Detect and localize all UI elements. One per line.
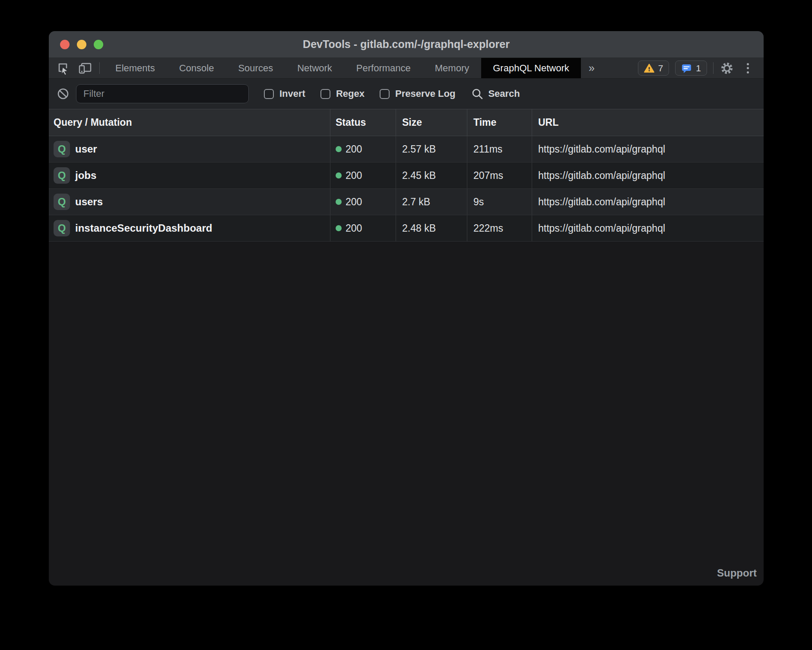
- warning-icon: [644, 64, 654, 73]
- tab-console[interactable]: Console: [167, 58, 226, 78]
- response-time: 207ms: [473, 170, 503, 182]
- close-window-button[interactable]: [60, 40, 70, 49]
- search-label: Search: [488, 88, 520, 99]
- clear-block-icon[interactable]: [56, 86, 70, 101]
- status-code: 200: [346, 223, 362, 234]
- more-tabs-chevron[interactable]: »: [581, 58, 603, 78]
- preserve-log-checkbox[interactable]: [380, 89, 390, 99]
- response-size: 2.45 kB: [402, 170, 436, 182]
- response-size: 2.57 kB: [402, 143, 436, 155]
- traffic-lights: [60, 40, 103, 49]
- response-size: 2.48 kB: [402, 223, 436, 234]
- column-header-url[interactable]: URL: [532, 109, 764, 136]
- settings-gear-icon[interactable]: [720, 61, 734, 76]
- search-icon: [472, 88, 483, 100]
- regex-checkbox-group: Regex: [320, 88, 365, 99]
- more-options-kebab-icon[interactable]: [740, 61, 755, 76]
- column-header-size[interactable]: Size: [396, 109, 467, 136]
- status-success-dot: [336, 172, 342, 178]
- invert-checkbox-group: Invert: [264, 88, 305, 99]
- status-success-dot: [336, 225, 342, 231]
- response-time: 222ms: [473, 223, 503, 234]
- table-row[interactable]: Q jobs 200 2.45 kB 207ms https://gitlab.…: [49, 162, 764, 189]
- request-url: https://gitlab.com/api/graphql: [538, 223, 665, 234]
- tab-sources[interactable]: Sources: [226, 58, 285, 78]
- column-header-time[interactable]: Time: [467, 109, 532, 136]
- chat-icon: [681, 63, 692, 73]
- tab-network[interactable]: Network: [285, 58, 344, 78]
- response-time: 211ms: [473, 143, 502, 155]
- response-size: 2.7 kB: [402, 196, 430, 208]
- query-name: users: [75, 196, 103, 208]
- device-toolbar-icon[interactable]: [78, 61, 92, 76]
- tab-memory[interactable]: Memory: [423, 58, 481, 78]
- tab-elements[interactable]: Elements: [103, 58, 167, 78]
- invert-checkbox[interactable]: [264, 89, 274, 99]
- preserve-log-checkbox-group: Preserve Log: [380, 88, 455, 99]
- messages-badge[interactable]: 1: [675, 61, 707, 76]
- zoom-window-button[interactable]: [94, 40, 103, 49]
- invert-label: Invert: [279, 88, 305, 99]
- status-code: 200: [346, 196, 362, 208]
- toolbar-separator: [713, 62, 714, 74]
- message-count: 1: [696, 63, 701, 73]
- search-button[interactable]: Search: [472, 88, 520, 100]
- tab-performance[interactable]: Performance: [344, 58, 423, 78]
- request-url: https://gitlab.com/api/graphql: [538, 143, 665, 155]
- query-type-badge: Q: [54, 167, 70, 184]
- status-code: 200: [346, 170, 362, 182]
- tab-graphql-network[interactable]: GraphQL Network: [481, 58, 580, 78]
- title-bar: DevTools - gitlab.com/-/graphql-explorer: [49, 31, 764, 58]
- devtools-window: DevTools - gitlab.com/-/graphql-explorer…: [49, 31, 764, 586]
- status-success-dot: [336, 199, 342, 205]
- inspect-element-icon[interactable]: [56, 61, 71, 76]
- request-url: https://gitlab.com/api/graphql: [538, 170, 665, 182]
- query-name: instanceSecurityDashboard: [75, 222, 212, 234]
- query-name: user: [75, 143, 97, 155]
- request-url: https://gitlab.com/api/graphql: [538, 196, 665, 208]
- table-header-row: Query / Mutation Status Size Time URL: [49, 109, 764, 136]
- filter-toolbar: Invert Regex Preserve Log Search: [49, 79, 764, 109]
- window-title: DevTools - gitlab.com/-/graphql-explorer: [49, 38, 764, 51]
- query-name: jobs: [75, 169, 96, 182]
- column-header-query-mutation[interactable]: Query / Mutation: [49, 109, 330, 136]
- panel-tabs: Elements Console Sources Network Perform…: [103, 58, 581, 78]
- toolbar-separator: [99, 62, 100, 74]
- devtools-tab-bar: Elements Console Sources Network Perform…: [49, 58, 764, 79]
- regex-checkbox[interactable]: [320, 89, 330, 99]
- preserve-log-label: Preserve Log: [395, 88, 455, 99]
- response-time: 9s: [473, 196, 484, 208]
- query-type-badge: Q: [54, 220, 70, 236]
- support-link[interactable]: Support: [717, 567, 757, 579]
- table-row[interactable]: Q users 200 2.7 kB 9s https://gitlab.com…: [49, 189, 764, 215]
- filter-input[interactable]: [76, 84, 249, 103]
- warning-count: 7: [658, 63, 663, 73]
- regex-label: Regex: [336, 88, 365, 99]
- warnings-badge[interactable]: 7: [638, 61, 669, 76]
- table-row[interactable]: Q user 200 2.57 kB 211ms https://gitlab.…: [49, 136, 764, 162]
- minimize-window-button[interactable]: [77, 40, 86, 49]
- status-code: 200: [346, 143, 362, 155]
- table-row[interactable]: Q instanceSecurityDashboard 200 2.48 kB …: [49, 215, 764, 242]
- query-type-badge: Q: [54, 141, 70, 157]
- status-success-dot: [336, 146, 342, 152]
- column-header-status[interactable]: Status: [330, 109, 396, 136]
- query-type-badge: Q: [54, 194, 70, 210]
